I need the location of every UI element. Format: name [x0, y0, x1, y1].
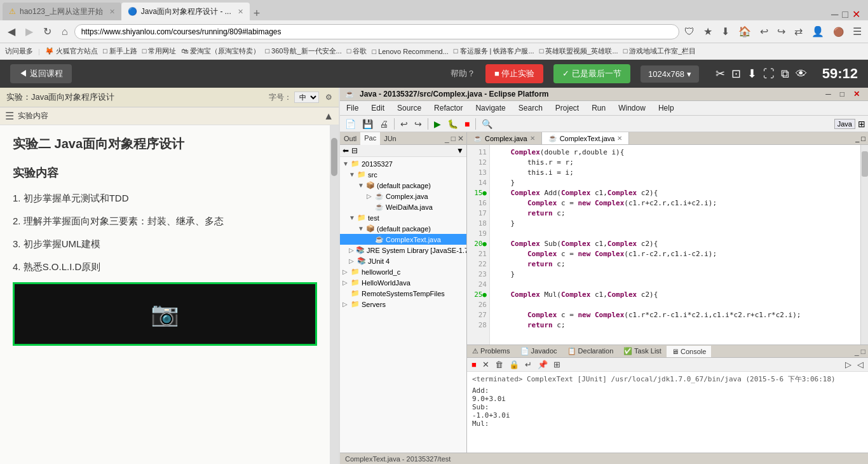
tab-console[interactable]: 🖥 Console [667, 346, 711, 357]
tab-tasklist[interactable]: ✅ Task List [618, 345, 667, 357]
tb-debug-icon[interactable]: 🐛 [445, 118, 461, 130]
download-icon[interactable]: ⬇ [719, 24, 732, 39]
bookmark-item[interactable]: □ 英雄联盟视频_英雄联... [539, 46, 618, 56]
menu-navigate[interactable]: Navigate [473, 102, 508, 114]
tab-problems[interactable]: ⚠ Problems [467, 345, 515, 357]
tab-javadoc[interactable]: 📄 Javadoc [515, 345, 562, 357]
back-course-button[interactable]: ◀ 返回课程 [10, 64, 72, 83]
tree-item-servers[interactable]: ▷ 📁 Servers [340, 299, 466, 310]
home-nav-icon[interactable]: 🏠 [736, 24, 754, 39]
download2-icon[interactable]: ⬇ [747, 67, 757, 81]
tb-next-icon[interactable]: ▷ [843, 359, 853, 370]
editor-content[interactable]: 11 12 13 14 15● 16 17 18 19 20● 21 [467, 145, 868, 345]
tb-perspective-icon[interactable]: ⊞ [858, 119, 865, 129]
sync-icon[interactable]: ⇄ [792, 24, 805, 39]
forward-nav-icon[interactable]: ↪ [775, 24, 788, 39]
tree-item-junit[interactable]: ▷ 📚 JUnit 4 [340, 256, 466, 266]
tb-clear-icon[interactable]: 🗑 [493, 359, 505, 370]
tb-close-console-icon[interactable]: ✕ [480, 359, 491, 370]
editor-scroll-thumb[interactable] [862, 151, 868, 177]
menu-icon[interactable]: ☰ [850, 24, 864, 39]
bookmark-item[interactable]: □ 游戏地域工作室_栏目 [623, 46, 696, 56]
help-button[interactable]: 帮助？ [451, 68, 475, 79]
url-input[interactable] [74, 24, 679, 39]
menu-window[interactable]: Window [616, 102, 648, 114]
tree-item-test[interactable]: ▼ 📁 test [340, 212, 466, 223]
tb-word-wrap-icon[interactable]: ↵ [523, 359, 534, 370]
tb-scroll-lock-icon[interactable]: 🔒 [507, 359, 521, 370]
tb-new-icon[interactable]: 📄 [342, 118, 358, 130]
new-tab-button[interactable]: + [250, 7, 264, 20]
menu-icon[interactable]: ☰ [5, 110, 14, 122]
tb-save-icon[interactable]: 💾 [360, 118, 376, 130]
pkg-action-icon[interactable]: ⬅ [342, 146, 349, 155]
close-icon[interactable]: ✕ [852, 8, 860, 20]
menu-project[interactable]: Project [553, 102, 581, 114]
refresh-button[interactable]: ↻ [39, 24, 55, 39]
avatar-icon[interactable]: 🟤 [831, 25, 846, 38]
menu-search[interactable]: Search [516, 102, 545, 114]
bookmark-item[interactable]: □ 360导航_新一代安全... [265, 46, 341, 56]
tree-item-complex-java[interactable]: ▷ ☕ Complex.java [340, 191, 466, 201]
tb-search-icon[interactable]: 🔍 [479, 118, 495, 130]
tab-outline[interactable]: Outl [340, 133, 360, 144]
tb-stop-run-icon[interactable]: ■ [470, 359, 478, 370]
tree-item-weidaima[interactable]: ☕ WeiDaiMa.java [340, 201, 466, 212]
pkg-close-icon[interactable]: ✕ [458, 134, 464, 143]
bookmark-item[interactable]: □ 客运服务 | 铁路客户服... [454, 46, 534, 56]
lab-scroll-thumb[interactable] [331, 138, 337, 176]
editor-tab-complextext[interactable]: ☕ ComplexText.java ✕ [542, 132, 630, 144]
tree-item-helloworldjava[interactable]: ▷ 📁 HelloWorldJava [340, 277, 466, 288]
external-icon[interactable]: ⧉ [781, 67, 789, 81]
tb-prev-icon[interactable]: ◁ [855, 359, 865, 370]
tree-item-complextext[interactable]: ☕ ComplexText.java [340, 234, 466, 245]
bookmark-item[interactable]: □ 谷歌 [347, 46, 367, 56]
stop-experiment-button[interactable]: ■ 停止实验 [485, 64, 543, 83]
eye-icon[interactable]: 👁 [796, 67, 807, 81]
user-icon[interactable]: 👤 [809, 24, 827, 39]
last-section-button[interactable]: ✓ 已是最后一节 [553, 64, 630, 83]
shield-icon[interactable]: 🛡 [682, 25, 697, 39]
home-button[interactable]: ⌂ [58, 25, 72, 39]
tab-close-icon[interactable]: ✕ [109, 8, 115, 16]
pkg-maximize-icon[interactable]: □ [451, 134, 456, 143]
scissors-icon[interactable]: ✂ [715, 67, 725, 81]
tb-undo-icon[interactable]: ↩ [398, 118, 410, 130]
bookmark-item[interactable]: □ Lenovo Recommend... [372, 48, 448, 55]
forward-button[interactable]: ▶ [22, 24, 37, 39]
bookmark-item[interactable]: 🦊 火狐官方站点 [45, 46, 98, 56]
tab-close-icon[interactable]: ✕ [530, 135, 535, 142]
editor-maximize-icon[interactable]: □ [861, 135, 865, 142]
tab-close-icon[interactable]: ✕ [238, 8, 243, 16]
fullscreen-icon[interactable]: ⛶ [763, 67, 775, 81]
bookmark-star-icon[interactable]: ★ [701, 24, 715, 39]
menu-file[interactable]: File [344, 102, 361, 114]
eclipse-maximize-icon[interactable]: □ [837, 89, 848, 99]
copy-icon[interactable]: ⊡ [731, 67, 741, 81]
tb-redo-icon[interactable]: ↪ [412, 118, 424, 130]
tree-item-helloworld-c[interactable]: ▷ 📁 helloworld_c [340, 266, 466, 277]
tree-item-test-default-pkg[interactable]: ▼ 📦 (default package) [340, 223, 466, 234]
editor-minimize-icon[interactable]: _ [855, 135, 859, 142]
bookmark-item[interactable]: 访问最多 [5, 46, 33, 56]
minimize-icon[interactable]: ─ [831, 9, 838, 20]
scroll-up-button[interactable]: ▲ [323, 111, 334, 122]
bookmark-item[interactable]: 🛍 爱淘宝（原淘宝特卖） [181, 46, 260, 56]
editor-tab-complex[interactable]: ☕ Complex.java ✕ [467, 132, 542, 144]
tree-item-20135327[interactable]: ▼ 📁 20135327 [340, 158, 466, 169]
tree-item-default-pkg[interactable]: ▼ 📦 (default package) [340, 180, 466, 191]
menu-source[interactable]: Source [395, 102, 424, 114]
tab-close-icon[interactable]: ✕ [617, 135, 622, 142]
menu-refactor[interactable]: Refactor [431, 102, 465, 114]
tb-new-console-icon[interactable]: ⊞ [552, 359, 562, 370]
tree-item-jre[interactable]: ▷ 📚 JRE System Library [JavaSE-1.7 [340, 245, 466, 256]
tab-package[interactable]: Pac [360, 132, 380, 145]
tab-active[interactable]: 🔵 Java面向对象程序设计 - ... ✕ [121, 3, 250, 20]
editor-scrollbar[interactable] [860, 145, 868, 345]
settings-icon[interactable]: ⚙ [325, 93, 332, 102]
tree-item-remotesystems[interactable]: 📁 RemoteSystemsTempFiles [340, 288, 466, 299]
pkg-minimize-icon[interactable]: _ [445, 134, 449, 143]
resolution-button[interactable]: 1024x768 ▾ [641, 65, 699, 83]
menu-help[interactable]: Help [656, 102, 677, 114]
bookmark-item[interactable]: □ 常用网址 [142, 46, 177, 56]
